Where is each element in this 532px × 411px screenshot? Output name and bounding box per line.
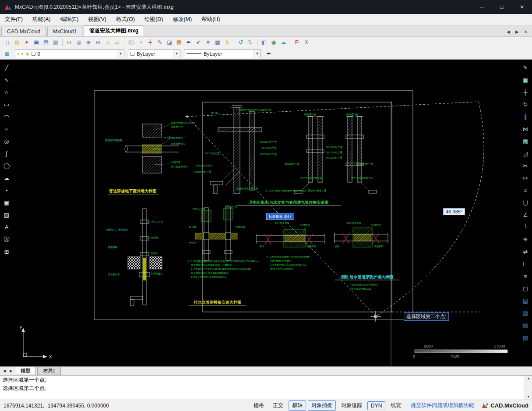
pen-icon[interactable]: ✒ bbox=[184, 38, 194, 47]
mtext-icon[interactable]: Ⓐ bbox=[2, 235, 11, 244]
copy-icon[interactable]: ▣ bbox=[521, 75, 530, 85]
erase-icon[interactable]: ◪ bbox=[165, 38, 174, 47]
measure-area-icon[interactable]: ▱ bbox=[113, 38, 122, 47]
rotate-icon[interactable]: ↻ bbox=[521, 100, 530, 109]
tab-mxcloud1[interactable]: MxCloud1 bbox=[47, 27, 82, 36]
tab-layout1[interactable]: 布局1 bbox=[37, 367, 61, 375]
block-insert-icon[interactable]: ▣ bbox=[2, 198, 11, 207]
maximize-button[interactable]: □ bbox=[492, 0, 512, 14]
export-pdf-icon[interactable]: P bbox=[292, 38, 302, 47]
stretch-icon[interactable]: ⇄ bbox=[521, 247, 530, 256]
scroll-down-icon[interactable]: ▼ bbox=[527, 395, 530, 399]
offset-icon[interactable]: ∥ bbox=[521, 112, 530, 121]
layer-combo-arrow-icon[interactable]: ▼ bbox=[117, 50, 124, 58]
palette-icon[interactable]: ▦ bbox=[174, 38, 184, 47]
web-icon[interactable]: ◉ bbox=[269, 38, 278, 47]
tab-drawing-active[interactable]: 管道安装大样图.mxg bbox=[84, 25, 144, 36]
mirror-icon[interactable]: ⋈ bbox=[521, 124, 530, 134]
feedback-link[interactable]: 提交软件问题或增加新功能 bbox=[411, 402, 474, 409]
point-icon[interactable]: • bbox=[2, 186, 11, 195]
status-toggle-正交[interactable]: 正交 bbox=[269, 400, 287, 411]
arc-icon[interactable]: ◠ bbox=[2, 112, 11, 121]
zoom-out-icon[interactable]: ⊖ bbox=[93, 38, 103, 47]
new-file-icon[interactable]: ▯ bbox=[3, 38, 12, 47]
dyn-distance-input[interactable]: 53099.387 bbox=[266, 213, 294, 220]
zoom-extents-icon[interactable]: ◎ bbox=[74, 38, 84, 47]
align-icon[interactable]: ≡ bbox=[521, 272, 530, 281]
group-icon[interactable]: ▢ bbox=[521, 284, 530, 293]
status-toggle-线宽[interactable]: 线宽 bbox=[387, 400, 405, 411]
lengthen-icon[interactable]: ⊢ bbox=[521, 259, 530, 269]
measure-distance-icon[interactable]: △ bbox=[103, 38, 113, 47]
pan-icon[interactable]: ┿ bbox=[145, 38, 155, 47]
command-window[interactable]: 选择区域第一个点: 选择区域第二个点: ▲ ▼ bbox=[0, 375, 532, 400]
sketch-icon[interactable]: ✎ bbox=[155, 38, 165, 47]
layer-copy-icon[interactable]: ▤ bbox=[521, 296, 530, 305]
zoom-scale-icon[interactable]: ◔ bbox=[136, 38, 145, 47]
menu-format[interactable]: 格式(O) bbox=[111, 14, 140, 25]
open-folder-icon[interactable]: ▨ bbox=[12, 38, 22, 47]
layer-stack-icon[interactable]: ≣ bbox=[3, 50, 11, 57]
hatch-icon[interactable]: ▨ bbox=[2, 210, 11, 220]
block-library-icon[interactable]: ▩ bbox=[213, 38, 222, 47]
layer-merge-icon[interactable]: ▧ bbox=[521, 321, 530, 330]
menu-help[interactable]: 帮助(H) bbox=[197, 14, 225, 25]
color-combo-arrow-icon[interactable]: ▼ bbox=[173, 50, 180, 58]
rectangle-icon[interactable]: ▭ bbox=[2, 100, 11, 109]
extend-icon[interactable]: ↦ bbox=[521, 174, 530, 183]
scroll-up-icon[interactable]: ▲ bbox=[527, 376, 530, 380]
zoom-previous-icon[interactable]: ⊙ bbox=[64, 38, 74, 47]
status-toggle-极轴[interactable]: 极轴 bbox=[289, 400, 306, 411]
layer-combo[interactable]: ▪ ● ◉ 0 ▼ bbox=[15, 50, 124, 58]
print-icon[interactable]: ▥ bbox=[51, 38, 60, 47]
chamfer-icon[interactable]: ∠ bbox=[521, 210, 530, 220]
minimize-button[interactable]: ─ bbox=[472, 0, 492, 14]
status-toggle-栅格[interactable]: 栅格 bbox=[250, 400, 268, 411]
drawing-canvas-area[interactable]: 管道穿越地下室外墙大样图 卫生间废水,污水立管与专用通气管连接安装图 消防,给水… bbox=[0, 60, 532, 366]
menu-draw[interactable]: 绘图(D) bbox=[140, 14, 168, 25]
command-scrollbar[interactable]: ▲ ▼ bbox=[525, 376, 532, 400]
explode-icon[interactable]: ✳ bbox=[521, 235, 530, 244]
layer-move-icon[interactable]: ▥ bbox=[521, 308, 530, 318]
table-icon[interactable]: ⊞ bbox=[2, 247, 11, 256]
polyline-icon[interactable]: ∿ bbox=[2, 75, 11, 85]
scale-icon[interactable]: ◿ bbox=[521, 149, 530, 158]
check-icon[interactable]: ✔ bbox=[194, 38, 203, 47]
close-button[interactable]: ✕ bbox=[512, 0, 532, 14]
trim-icon[interactable]: ✂ bbox=[521, 161, 530, 170]
line-icon[interactable]: ╱ bbox=[2, 63, 11, 72]
polygon-icon[interactable]: ⌂ bbox=[2, 88, 11, 97]
break-icon[interactable]: ≠ bbox=[521, 186, 530, 195]
status-toggle-对象追踪[interactable]: 对象追踪 bbox=[338, 400, 366, 411]
layer-off-icon[interactable]: ▨ bbox=[521, 333, 530, 342]
ellipse-icon[interactable]: ◯ bbox=[2, 161, 11, 170]
tab-cad-mxcloud[interactable]: CAD.MxCloud bbox=[1, 27, 46, 36]
tab-prev-icon[interactable]: ◀ bbox=[507, 29, 510, 34]
save-as-icon[interactable]: ▤ bbox=[41, 38, 51, 47]
tab-close-icon[interactable]: ✕ bbox=[524, 29, 528, 34]
export-excel-icon[interactable]: X bbox=[302, 38, 311, 47]
menu-view[interactable]: 视图(V) bbox=[83, 14, 111, 25]
block-tools-icon[interactable]: ✦ bbox=[22, 38, 32, 47]
menu-edit[interactable]: 编辑(E) bbox=[56, 14, 84, 25]
menu-function[interactable]: 功能(A) bbox=[28, 14, 56, 25]
status-toggle-DYN[interactable]: DYN bbox=[367, 401, 385, 410]
color-combo[interactable]: ByLayer ▼ bbox=[128, 50, 180, 58]
status-toggle-对象捕捉[interactable]: 对象捕捉 bbox=[308, 400, 336, 411]
save-icon[interactable]: ▣ bbox=[32, 38, 41, 47]
cloud-icon[interactable]: ☁ bbox=[278, 38, 288, 47]
text-icon[interactable]: A bbox=[2, 223, 11, 232]
move-icon[interactable]: ┼ bbox=[521, 88, 530, 97]
linetype-combo[interactable]: ByLayer ▼ bbox=[184, 50, 261, 58]
menu-file[interactable]: 文件(F) bbox=[0, 14, 28, 25]
circle-icon[interactable]: ○ bbox=[2, 124, 11, 134]
array-icon[interactable]: ▦ bbox=[521, 137, 530, 146]
revision-cloud-icon[interactable]: ☁ bbox=[2, 174, 11, 183]
zoom-in-icon[interactable]: ⊕ bbox=[84, 38, 93, 47]
layer-manager-icon[interactable]: ≡ bbox=[203, 38, 213, 47]
join-icon[interactable]: ⋃ bbox=[521, 198, 530, 207]
sheet-next-icon[interactable]: ▶ bbox=[8, 369, 14, 373]
modify-pencil-icon[interactable]: ✎ bbox=[521, 63, 530, 72]
match-properties-icon[interactable]: ✒ bbox=[264, 50, 273, 57]
donut-icon[interactable]: ◎ bbox=[2, 137, 11, 146]
